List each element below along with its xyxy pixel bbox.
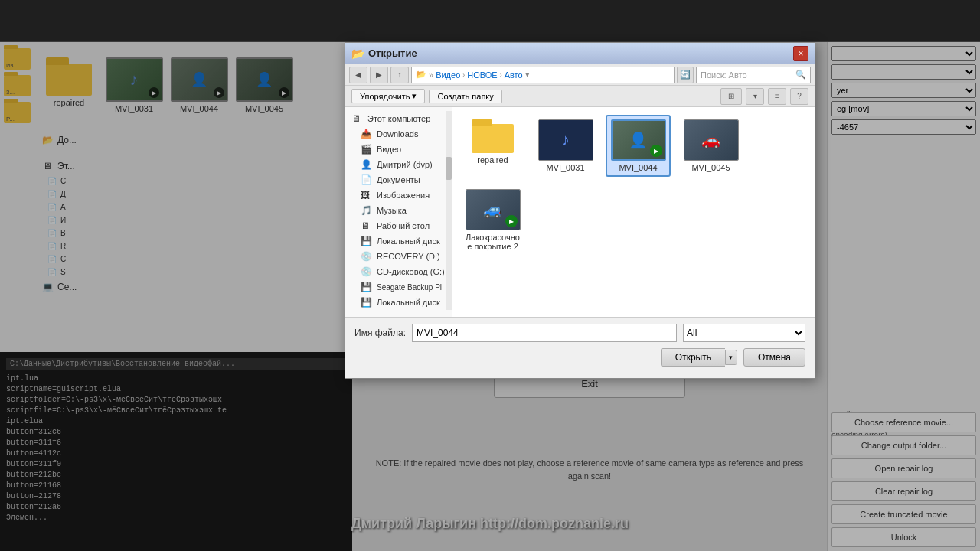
dialog-play-badge-lako: ▶ <box>505 215 518 227</box>
search-placeholder: Поиск: Авто <box>701 70 747 80</box>
view-list-button[interactable]: ≡ <box>768 88 786 105</box>
dialog-play-badge-mvi0044: ▶ <box>650 145 662 157</box>
user-icon: 👤 <box>361 159 373 170</box>
dialog-file-repaired[interactable]: repaired <box>460 115 525 177</box>
car-icon-mvi0045: 🚗 <box>701 131 720 149</box>
dialog-close-button[interactable]: × <box>793 46 808 61</box>
dialog-file-mvi0044[interactable]: 👤 ▶ MVI_0044 <box>606 115 671 177</box>
dialog-file-mvi0044-label: MVI_0044 <box>619 163 657 172</box>
dialog-title-icon: 📂 <box>351 47 364 60</box>
video-folder-icon: 🎬 <box>361 144 373 155</box>
nav-scroll-thumb[interactable] <box>446 157 452 180</box>
dialog-file-lako[interactable]: 🚙 ▶ Лакокрасочное покрытие 2 <box>460 184 525 256</box>
nav-item-local-disk-2[interactable]: 💾 Локальный диск <box>345 295 452 310</box>
nav-item-images[interactable]: 🖼 Изображения <box>345 187 452 203</box>
dialog-body: 🖥 Этот компьютер 📥 Downloads 🎬 Видео 👤 Д… <box>345 107 815 317</box>
dialog-left-nav: 🖥 Этот компьютер 📥 Downloads 🎬 Видео 👤 Д… <box>345 107 452 317</box>
nav-item-local-disk-2-label: Локальный диск <box>377 298 440 307</box>
sort-dropdown-icon: ▾ <box>412 91 416 101</box>
open-button[interactable]: Открыть <box>661 348 725 367</box>
desktop-icon: 🖥 <box>361 220 373 231</box>
nav-item-dmitriy[interactable]: 👤 Дмитрий (dvp) <box>345 157 452 172</box>
music-folder-icon: 🎵 <box>361 205 373 216</box>
sort-label: Упорядочить <box>360 92 410 101</box>
person-icon-mvi0044: 👤 <box>629 131 648 149</box>
breadcrumb-part-1[interactable]: Видео <box>436 70 460 80</box>
nav-item-recovery[interactable]: 💿 RECOVERY (D:) <box>345 249 452 264</box>
downloads-icon: 📥 <box>361 129 373 139</box>
filetype-select[interactable]: All <box>683 324 805 342</box>
dialog-title-text: Открытие <box>368 47 417 59</box>
dialog-video-inner-mvi0031: ♪ <box>539 120 593 160</box>
nav-item-cd-drive-label: CD-дисковод (G:) <box>377 267 445 276</box>
dialog-thumb-mvi0031: ♪ <box>538 119 593 161</box>
nav-item-desktop[interactable]: 🖥 Рабочий стол <box>345 218 452 233</box>
documents-icon: 📄 <box>361 174 373 185</box>
nav-item-local-disk-1-label: Локальный диск <box>377 236 440 246</box>
back-button[interactable]: ◀ <box>349 67 368 83</box>
dialog-files-area: repaired ♪ MVI_0031 👤 ▶ M <box>452 107 815 317</box>
dialog-file-repaired-label: repaired <box>477 155 508 165</box>
cancel-button[interactable]: Отмена <box>743 348 805 367</box>
nav-item-documents-label: Документы <box>377 175 420 184</box>
up-button[interactable]: ↑ <box>390 67 409 83</box>
disk-icon-2: 💾 <box>361 297 373 308</box>
sort-button[interactable]: Упорядочить ▾ <box>351 89 425 103</box>
nav-item-seagate[interactable]: 💾 Seagate Backup Pl <box>345 279 452 295</box>
dialog-video-inner-mvi0045: 🚗 <box>684 120 738 160</box>
open-btn-group: Открыть ▾ <box>661 348 737 367</box>
nav-item-local-disk-1[interactable]: 💾 Локальный диск <box>345 233 452 249</box>
disk-icon-1: 💾 <box>361 236 373 246</box>
open-dropdown-button[interactable]: ▾ <box>725 350 737 365</box>
create-folder-label: Создать папку <box>437 92 493 101</box>
nav-item-music-label: Музыка <box>377 206 407 215</box>
breadcrumb-part-2[interactable]: НОВОЕ <box>467 70 497 80</box>
search-icon[interactable]: 🔍 <box>795 70 806 80</box>
music-note-dialog-icon: ♪ <box>561 130 570 150</box>
nav-item-video[interactable]: 🎬 Видео <box>345 142 452 157</box>
filename-input[interactable] <box>412 324 677 342</box>
nav-item-seagate-label: Seagate Backup Pl <box>377 283 442 292</box>
dialog-thumb-lako: 🚙 ▶ <box>466 189 521 230</box>
dialog-file-lako-label: Лакокрасочное покрытие 2 <box>465 233 521 251</box>
dialog-titlebar: 📂 Открытие × <box>345 43 815 64</box>
dialog-file-mvi0045-label: MVI_0045 <box>691 163 730 172</box>
help-button[interactable]: ? <box>790 88 808 105</box>
nav-item-computer[interactable]: 🖥 Этот компьютер <box>345 111 452 126</box>
nav-item-documents[interactable]: 📄 Документы <box>345 172 452 187</box>
refresh-button[interactable]: 🔄 <box>677 67 694 83</box>
filename-row: Имя файла: All <box>354 324 805 342</box>
breadcrumb-arrow-2: › <box>500 71 502 79</box>
view-options-button[interactable]: ▾ <box>746 88 764 105</box>
nav-item-music[interactable]: 🎵 Музыка <box>345 203 452 218</box>
nav-item-dmitriy-label: Дмитрий (dvp) <box>377 160 433 169</box>
nav-item-desktop-label: Рабочий стол <box>377 221 430 230</box>
dialog-action-buttons: Открыть ▾ Отмена <box>354 348 805 367</box>
dialog-folder-repaired-icon <box>472 119 514 153</box>
filename-label: Имя файла: <box>354 328 406 338</box>
file-open-dialog: 📂 Открытие × ◀ ▶ ↑ 📂 » Видео › НОВОЕ › А… <box>345 42 815 379</box>
nav-item-images-label: Изображения <box>377 191 430 200</box>
breadcrumb-part-3[interactable]: Авто <box>505 70 523 80</box>
dialog-file-mvi0031[interactable]: ♪ MVI_0031 <box>533 115 598 177</box>
computer-icon: 🖥 <box>351 113 364 124</box>
nav-item-cd-drive[interactable]: 💿 CD-дисковод (G:) <box>345 264 452 279</box>
dialog-bottom: Имя файла: All Открыть ▾ Отмена <box>345 317 815 378</box>
breadcrumb-dropdown[interactable]: ▾ <box>525 70 530 80</box>
dialog-file-mvi0045[interactable]: 🚗 MVI_0045 <box>678 115 743 177</box>
nav-item-computer-label: Этот компьютер <box>368 114 430 123</box>
dialog-file-mvi0031-label: MVI_0031 <box>546 163 584 172</box>
car-icon-lako: 🚙 <box>483 201 502 219</box>
forward-button[interactable]: ▶ <box>370 67 388 83</box>
search-box: Поиск: Авто 🔍 <box>696 67 811 83</box>
breadcrumb-bar: 📂 » Видео › НОВОЕ › Авто ▾ <box>411 67 675 83</box>
dialog-thumb-mvi0044: 👤 ▶ <box>611 119 666 161</box>
seagate-icon: 💾 <box>361 282 373 292</box>
nav-item-video-label: Видео <box>377 145 401 154</box>
nav-scrollbar[interactable] <box>446 111 452 310</box>
view-thumbnails-button[interactable]: ⊞ <box>720 88 742 105</box>
nav-item-downloads[interactable]: 📥 Downloads <box>345 126 452 142</box>
create-folder-button[interactable]: Создать папку <box>429 90 501 103</box>
dialog-nav-toolbar: ◀ ▶ ↑ 📂 » Видео › НОВОЕ › Авто ▾ 🔄 Поиск… <box>345 64 815 86</box>
cd-drive-icon: 💿 <box>361 266 373 277</box>
